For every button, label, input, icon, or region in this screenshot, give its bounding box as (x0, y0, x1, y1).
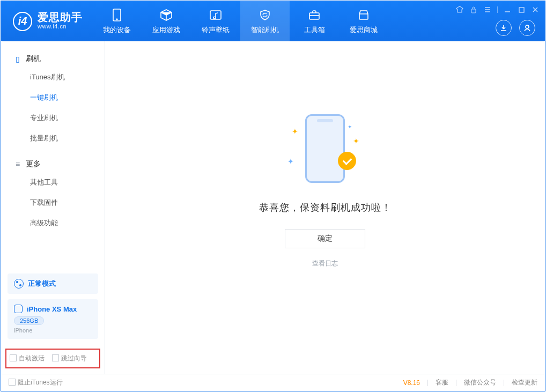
result-headline: 恭喜您，保资料刷机成功啦！ (259, 201, 392, 214)
device-icon: ▯ (14, 55, 21, 63)
tab-label: 工具箱 (304, 25, 325, 35)
checkbox-auto-activate[interactable]: 自动激活 (10, 354, 45, 363)
sidebar-item-onekey-flash[interactable]: 一键刷机 (1, 87, 105, 108)
lock-icon[interactable] (469, 5, 478, 14)
svg-rect-6 (519, 8, 524, 12)
tab-label: 我的设备 (103, 25, 131, 35)
check-update-link[interactable]: 检查更新 (512, 378, 537, 387)
sidebar-item-other-tools[interactable]: 其他工具 (1, 172, 105, 193)
sidebar-section-more: ≡ 更多 (1, 156, 105, 172)
app-url: www.i4.cn (38, 23, 83, 31)
sidebar-section-flash: ▯ 刷机 (1, 51, 105, 67)
highlighted-options: 自动激活 跳过向导 (5, 349, 100, 368)
status-bar: 阻止iTunes运行 V8.16 客服 微信公众号 检查更新 (1, 374, 545, 391)
sidebar-item-advanced[interactable]: 高级功能 (1, 213, 105, 233)
minimize-button[interactable] (503, 5, 512, 14)
svg-rect-3 (309, 13, 319, 19)
wechat-link[interactable]: 微信公众号 (464, 378, 496, 387)
phone-icon (110, 8, 124, 22)
phone-graphic (305, 114, 345, 183)
sidebar-item-pro-flash[interactable]: 专业刷机 (1, 108, 105, 128)
device-type: iPhone (14, 327, 92, 334)
sidebar-item-download-fw[interactable]: 下载固件 (1, 193, 105, 213)
spark-icon: ✦ (287, 157, 294, 166)
svg-rect-4 (359, 14, 368, 19)
spark-icon: ✦ (353, 137, 359, 145)
spark-icon: ✦ (348, 124, 352, 130)
list-icon: ≡ (14, 160, 21, 168)
user-button[interactable] (519, 20, 535, 36)
spark-icon: ✦ (292, 127, 298, 136)
sidebar: ▯ 刷机 iTunes刷机 一键刷机 专业刷机 批量刷机 ≡ 更多 其他工具 下… (1, 41, 105, 374)
tab-toolbox[interactable]: 工具箱 (290, 1, 339, 41)
view-log-link[interactable]: 查看日志 (312, 259, 338, 268)
tab-store[interactable]: 爱思商城 (339, 1, 388, 41)
tab-label: 铃声壁纸 (202, 25, 230, 35)
tab-label: 智能刷机 (251, 25, 279, 35)
sidebar-item-batch-flash[interactable]: 批量刷机 (1, 128, 105, 149)
iphone-icon (14, 305, 23, 313)
tab-label: 应用游戏 (152, 25, 180, 35)
window-controls (455, 5, 540, 14)
success-illustration: ✦ ✦ ✦ ✦ (287, 111, 363, 186)
ok-button[interactable]: 确定 (285, 229, 365, 248)
svg-point-7 (526, 25, 529, 28)
cube-icon (159, 8, 173, 22)
tab-my-device[interactable]: 我的设备 (92, 1, 142, 41)
check-badge-icon (338, 152, 356, 170)
download-button[interactable] (496, 20, 512, 36)
checkbox-skip-guide[interactable]: 跳过向导 (52, 354, 87, 363)
storage-chip: 256GB (14, 316, 44, 325)
sidebar-item-itunes-flash[interactable]: iTunes刷机 (1, 67, 105, 87)
svg-rect-5 (471, 9, 476, 13)
app-logo: i4 爱思助手 www.i4.cn (1, 1, 92, 41)
tab-label: 爱思商城 (350, 25, 378, 35)
app-name: 爱思助手 (38, 12, 83, 23)
svg-point-1 (116, 18, 117, 19)
music-folder-icon (209, 8, 223, 22)
device-card[interactable]: iPhone XS Max 256GB iPhone (8, 299, 98, 339)
titlebar: i4 爱思助手 www.i4.cn 我的设备 应用游戏 铃声壁纸 智能刷机 (1, 1, 545, 41)
main-panel: ✦ ✦ ✦ ✦ 恭喜您，保资料刷机成功啦！ 确定 查看日志 (105, 41, 545, 374)
maximize-button[interactable] (517, 5, 526, 14)
logo-icon: i4 (13, 12, 32, 31)
toolbox-icon (307, 8, 321, 22)
tab-ringtones[interactable]: 铃声壁纸 (191, 1, 240, 41)
menu-icon[interactable] (483, 5, 492, 14)
checkbox-block-itunes[interactable]: 阻止iTunes运行 (9, 378, 63, 387)
tab-apps[interactable]: 应用游戏 (142, 1, 191, 41)
shirt-icon[interactable] (455, 5, 464, 14)
top-right-actions (496, 20, 535, 36)
app-window: i4 爱思助手 www.i4.cn 我的设备 应用游戏 铃声壁纸 智能刷机 (1, 1, 545, 391)
version-label: V8.16 (403, 379, 420, 387)
mode-card[interactable]: 正常模式 (8, 273, 98, 294)
close-button[interactable] (531, 5, 540, 14)
nav-tabs: 我的设备 应用游戏 铃声壁纸 智能刷机 工具箱 爱思商城 (92, 1, 388, 41)
refresh-shield-icon (258, 8, 272, 22)
tab-smart-flash[interactable]: 智能刷机 (240, 1, 290, 41)
shop-icon (357, 8, 371, 22)
mode-icon (14, 279, 24, 289)
support-link[interactable]: 客服 (436, 378, 448, 387)
